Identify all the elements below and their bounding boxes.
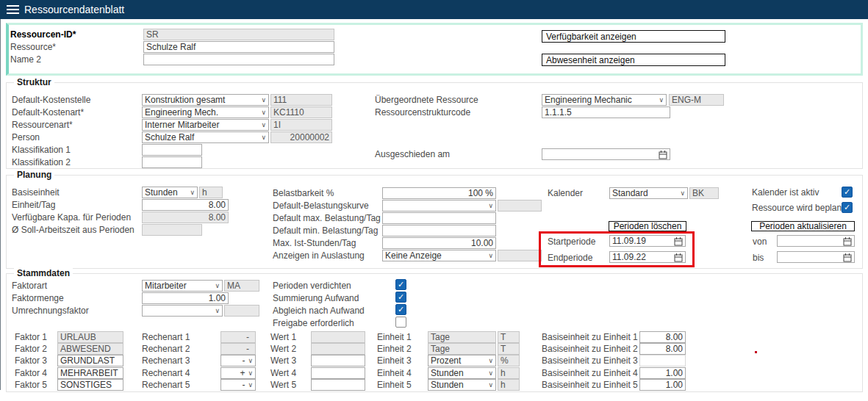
kostenart-select[interactable]: Engineering Mech.∨ bbox=[142, 106, 269, 118]
umrechnungsfaktor-select[interactable]: ∨ bbox=[142, 305, 223, 317]
kalender-label: Kalender bbox=[548, 187, 583, 199]
basis1-field[interactable]: 8.00 bbox=[639, 331, 686, 343]
klassifikation1-field[interactable] bbox=[142, 144, 202, 156]
person-select[interactable]: Schulze Ralf∨ bbox=[142, 131, 269, 143]
basis4-field[interactable]: 1.00 bbox=[639, 367, 686, 379]
uebergeordnete-code-field: ENG-M bbox=[669, 94, 724, 106]
faktor2-field: ABWESEND bbox=[57, 343, 123, 355]
resource-id-panel bbox=[6, 23, 863, 76]
resource-id-field: SR bbox=[143, 29, 334, 40]
wert5-field[interactable] bbox=[311, 379, 365, 391]
show-absence-button[interactable]: Abwesenheit anzeigen bbox=[542, 54, 725, 66]
uebergeordnete-select[interactable]: Engineering Mechanic∨ bbox=[542, 94, 667, 106]
soll-arbeitszeit-label: Ø Soll-Arbeitszeit aus Perioden bbox=[12, 224, 134, 236]
umrechnungsfaktor-code-field bbox=[224, 305, 259, 317]
kalender-aktiv-checkbox[interactable]: ✓ bbox=[842, 187, 853, 198]
chevron-down-icon: ∨ bbox=[261, 122, 266, 129]
rechenart3-select[interactable]: -∨ bbox=[220, 355, 256, 366]
chevron-down-icon: ∨ bbox=[261, 134, 266, 141]
einheit5-label: Einheit 5 bbox=[377, 379, 412, 391]
einheit1-field: Tage bbox=[428, 331, 496, 343]
calendar-icon[interactable] bbox=[659, 150, 667, 159]
rechenart5-select[interactable]: -∨ bbox=[220, 379, 256, 391]
einheit5-select[interactable]: Stunden∨ bbox=[428, 379, 496, 391]
hamburger-menu-icon[interactable] bbox=[7, 4, 19, 15]
basis4-label: Basiseinheit zu Einheit 4 bbox=[542, 367, 638, 379]
einheit3-select[interactable]: Prozent∨ bbox=[428, 355, 496, 366]
belastungskurve-select[interactable]: ∨ bbox=[382, 200, 496, 212]
faktorart-select[interactable]: Mitarbeiter∨ bbox=[142, 280, 223, 292]
show-availability-button[interactable]: Verfügbarkeit anzeigen bbox=[542, 30, 725, 43]
faktor5-label: Faktor 5 bbox=[15, 379, 47, 391]
kalender-select[interactable]: Standard∨ bbox=[609, 187, 688, 199]
wert4-field[interactable] bbox=[311, 367, 365, 379]
belastbarkeit-field[interactable]: 100 % bbox=[382, 187, 496, 199]
min-belastung-field[interactable] bbox=[382, 225, 496, 236]
kostenstelle-code-field: 111 bbox=[270, 94, 332, 106]
ressourcenart-select[interactable]: Interner Mitarbeiter∨ bbox=[142, 119, 269, 131]
uebergeordnete-label: Übergeordnete Ressource bbox=[375, 94, 478, 106]
kostenstelle-select[interactable]: Konstruktion gesamt∨ bbox=[142, 94, 269, 106]
wird-beplant-checkbox[interactable]: ✓ bbox=[842, 202, 853, 213]
ausgeschieden-date-field[interactable] bbox=[542, 148, 670, 160]
endperiode-date-field[interactable]: 11.09.22 bbox=[609, 251, 686, 263]
calendar-icon[interactable] bbox=[674, 253, 683, 262]
von-date-field[interactable] bbox=[777, 235, 855, 247]
faktor3-field[interactable]: GRUNDLAST bbox=[57, 355, 123, 366]
einheit4-code-field: h bbox=[498, 367, 520, 379]
belastbarkeit-label: Belastbarkeit % bbox=[273, 187, 334, 199]
perioden-verdichten-checkbox[interactable]: ✓ bbox=[395, 279, 406, 290]
chevron-down-icon: ∨ bbox=[488, 370, 493, 377]
basis3-field[interactable] bbox=[639, 355, 686, 366]
calendar-icon[interactable] bbox=[843, 236, 852, 246]
einheit2-field: Tage bbox=[428, 343, 496, 355]
faktor5-field[interactable]: SONSTIGES bbox=[57, 379, 123, 391]
kalender-aktiv-label: Kalender ist aktiv bbox=[752, 187, 819, 198]
rechenart4-select[interactable]: +∨ bbox=[220, 367, 256, 379]
kostenart-label: Default-Kostenart* bbox=[12, 106, 84, 118]
einheit-tag-field[interactable]: 8.00 bbox=[142, 199, 229, 211]
chevron-down-icon: ∨ bbox=[215, 283, 220, 289]
ressourcenart-label: Ressourcenart* bbox=[12, 119, 73, 131]
abgleich-aufwand-checkbox[interactable]: ✓ bbox=[395, 304, 406, 315]
resource-name-field[interactable]: Schulze Ralf bbox=[143, 41, 334, 53]
einheit2-label: Einheit 2 bbox=[377, 343, 412, 355]
basiseinheit-select[interactable]: Stunden∨ bbox=[142, 187, 198, 198]
chevron-down-icon: ∨ bbox=[261, 109, 266, 116]
chevron-down-icon: ∨ bbox=[215, 308, 220, 314]
calendar-icon[interactable] bbox=[843, 253, 852, 262]
einheit1-label: Einheit 1 bbox=[377, 331, 412, 343]
chevron-down-icon: ∨ bbox=[261, 97, 266, 104]
rechenart2-label: Rechenart 2 bbox=[142, 343, 190, 355]
calendar-icon[interactable] bbox=[674, 236, 683, 246]
max-ist-stunden-field[interactable]: 10.00 bbox=[382, 237, 496, 249]
faktor3-label: Faktor 3 bbox=[15, 355, 47, 366]
freigabe-erforderlich-checkbox[interactable]: ✓ bbox=[395, 317, 406, 328]
check-icon: ✓ bbox=[398, 317, 404, 327]
max-belastung-field[interactable] bbox=[382, 212, 496, 224]
rechenart1-label: Rechenart 1 bbox=[142, 331, 190, 343]
faktormenge-field[interactable]: 1.00 bbox=[142, 292, 229, 304]
check-icon: ✓ bbox=[398, 280, 404, 289]
summierung-aufwand-checkbox[interactable]: ✓ bbox=[395, 292, 406, 303]
check-icon: ✓ bbox=[844, 187, 850, 197]
basis2-field[interactable]: 8.00 bbox=[639, 343, 686, 355]
bis-date-field[interactable] bbox=[777, 251, 855, 263]
kostenart-code-field: KC1110 bbox=[270, 106, 332, 118]
basis5-field[interactable]: 1.00 bbox=[639, 379, 686, 391]
rechenart4-label: Rechenart 4 bbox=[142, 367, 190, 379]
name2-field[interactable] bbox=[143, 54, 334, 65]
startperiode-date-field[interactable]: 11.09.19 bbox=[609, 235, 686, 247]
kalender-code-field: BK bbox=[689, 187, 719, 199]
update-periods-button[interactable]: Perioden aktualisieren bbox=[751, 221, 855, 231]
auslastung-select[interactable]: Keine Anzeige∨ bbox=[382, 250, 496, 261]
faktor2-label: Faktor 2 bbox=[15, 343, 47, 355]
einheit4-select[interactable]: Stunden∨ bbox=[428, 367, 496, 379]
chevron-down-icon: ∨ bbox=[248, 358, 253, 364]
wert3-field[interactable] bbox=[311, 355, 365, 366]
klassifikation2-field[interactable] bbox=[142, 156, 202, 168]
faktor4-field[interactable]: MEHRARBEIT bbox=[57, 367, 123, 379]
chevron-down-icon: ∨ bbox=[680, 190, 685, 197]
delete-periods-button[interactable]: Perioden löschen bbox=[609, 221, 686, 231]
strukturcode-field[interactable]: 1.1.1.5 bbox=[542, 106, 670, 118]
